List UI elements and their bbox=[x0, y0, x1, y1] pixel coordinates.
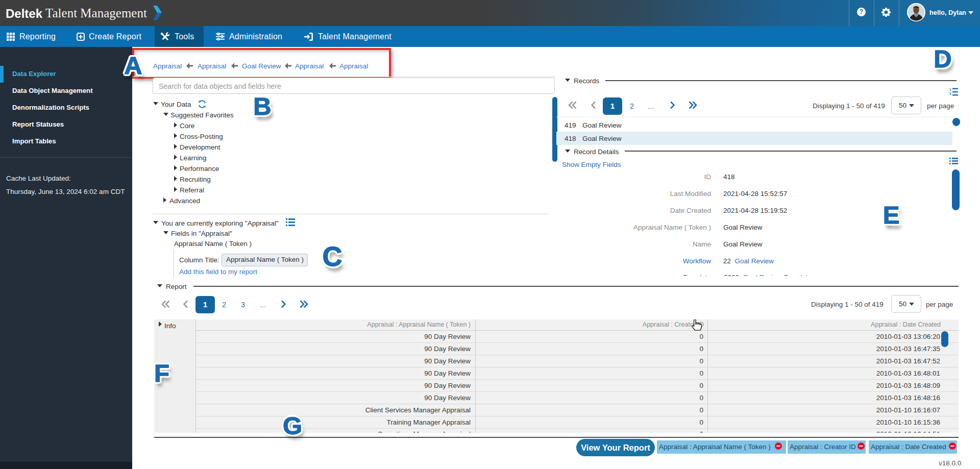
svg-text:1: 1 bbox=[949, 88, 951, 91]
svg-text:2: 2 bbox=[949, 92, 951, 95]
